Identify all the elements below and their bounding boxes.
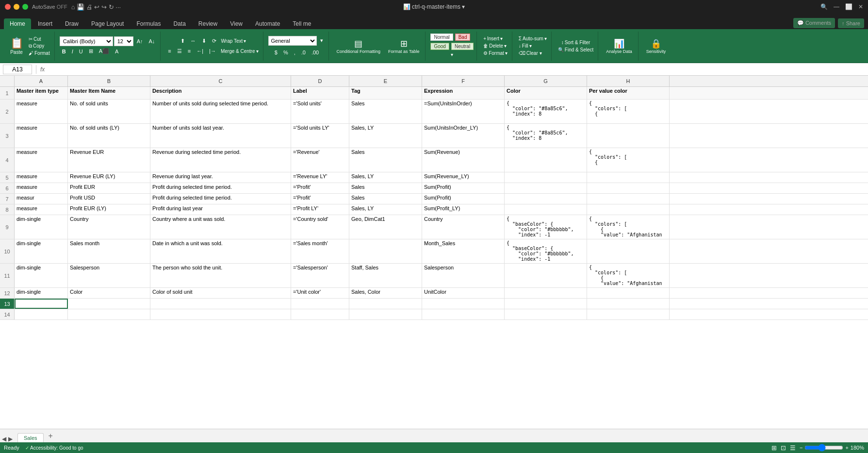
currency-button[interactable]: $ bbox=[272, 49, 280, 56]
cell-e7[interactable]: Sales bbox=[349, 194, 422, 204]
cell-g7[interactable] bbox=[505, 194, 587, 204]
cell-g6[interactable] bbox=[505, 183, 587, 193]
cell-a9[interactable]: dim-single bbox=[15, 215, 68, 239]
row-number[interactable]: 11 bbox=[0, 264, 15, 287]
cell-g3[interactable]: { "color": "#8a85c6", "index": 8 bbox=[505, 124, 587, 148]
cell-a7[interactable]: measur bbox=[15, 194, 68, 204]
add-sheet-button[interactable]: + bbox=[45, 430, 57, 442]
cell-h13[interactable] bbox=[587, 299, 670, 309]
cell-h5[interactable] bbox=[587, 172, 670, 183]
cell-f10[interactable]: Month_Sales bbox=[422, 239, 505, 263]
col-header-d[interactable]: D bbox=[291, 76, 349, 86]
tab-data[interactable]: Data bbox=[167, 18, 191, 29]
tab-page-layout[interactable]: Page Layout bbox=[85, 18, 130, 29]
clear-button[interactable]: ⌫ Clear ▾ bbox=[517, 50, 548, 56]
row-number[interactable]: 14 bbox=[0, 309, 15, 319]
format-as-table-button[interactable]: ⊞ Format as Table bbox=[385, 37, 422, 55]
underline-button[interactable]: U bbox=[77, 48, 85, 55]
cell-g1[interactable]: Color bbox=[505, 87, 587, 99]
cell-a10[interactable]: dim-single bbox=[15, 239, 68, 263]
cell-a8[interactable]: measure bbox=[15, 204, 68, 215]
cell-c13[interactable] bbox=[150, 299, 291, 309]
cell-e2[interactable]: Sales bbox=[349, 100, 422, 123]
cell-c3[interactable]: Number of units sold last year. bbox=[150, 124, 291, 148]
cell-f12[interactable]: UnitColor bbox=[422, 288, 505, 298]
increase-indent-button[interactable]: |→ bbox=[207, 47, 218, 55]
cell-d2[interactable]: ='Sold units' bbox=[291, 100, 349, 123]
cell-b10[interactable]: Sales month bbox=[68, 239, 150, 263]
prev-sheet-button[interactable]: ◀ bbox=[2, 436, 6, 442]
cell-d14[interactable] bbox=[291, 309, 349, 319]
align-top-button[interactable]: ⬆ bbox=[178, 37, 187, 45]
merge-centre-button[interactable]: Merge & Centre ▾ bbox=[219, 47, 260, 55]
format-painter-button[interactable]: 🖌 Format bbox=[27, 50, 51, 56]
cell-c9[interactable]: Country where a unit was sold. bbox=[150, 215, 291, 239]
more-styles-button[interactable]: ▾ bbox=[448, 51, 456, 58]
cell-e13[interactable] bbox=[349, 299, 422, 309]
analyse-data-button[interactable]: 📊 Analyse Data bbox=[603, 37, 635, 55]
cell-h1[interactable]: Per value color bbox=[587, 87, 670, 99]
paste-button[interactable]: 📋 Paste bbox=[7, 36, 26, 56]
cell-d12[interactable]: ='Unit color' bbox=[291, 288, 349, 298]
col-header-c[interactable]: C bbox=[150, 76, 291, 86]
font-color-button[interactable]: A bbox=[113, 48, 121, 55]
tab-automate[interactable]: Automate bbox=[249, 18, 286, 29]
cell-e12[interactable]: Sales, Color bbox=[349, 288, 422, 298]
cell-h7[interactable] bbox=[587, 194, 670, 204]
cell-g14[interactable] bbox=[505, 309, 587, 319]
cell-b12[interactable]: Color bbox=[68, 288, 150, 298]
cell-h10[interactable] bbox=[587, 239, 670, 263]
cell-d3[interactable]: ='Sold units LY' bbox=[291, 124, 349, 148]
row-number[interactable]: 12 bbox=[0, 288, 15, 298]
copy-button[interactable]: ⧉ Copy bbox=[27, 43, 51, 50]
zoom-out-button[interactable]: − bbox=[800, 445, 802, 451]
zoom-slider[interactable] bbox=[804, 444, 843, 452]
cell-d9[interactable]: ='Country sold' bbox=[291, 215, 349, 239]
align-bottom-button[interactable]: ⬇ bbox=[199, 37, 209, 45]
cell-e9[interactable]: Geo, DimCat1 bbox=[349, 215, 422, 239]
cell-g5[interactable] bbox=[505, 172, 587, 183]
cell-g2[interactable]: { "color": "#8a85c6", "index": 8 bbox=[505, 100, 587, 123]
share-button[interactable]: ↑ Share bbox=[838, 18, 864, 28]
cell-f4[interactable]: Sum(Revenue) bbox=[422, 148, 505, 172]
cell-c10[interactable]: Date in which a unit was sold. bbox=[150, 239, 291, 263]
cell-c7[interactable]: Profit during selected time period. bbox=[150, 194, 291, 204]
fullscreen-icon[interactable]: ⬜ bbox=[845, 3, 852, 10]
cell-f1[interactable]: Expression bbox=[422, 87, 505, 99]
cell-reference-box[interactable] bbox=[3, 65, 32, 74]
tab-view[interactable]: View bbox=[224, 18, 248, 29]
cell-f8[interactable]: Sum(Profit_LY) bbox=[422, 204, 505, 215]
number-format-select[interactable]: General bbox=[268, 36, 317, 46]
cell-f13[interactable] bbox=[422, 299, 505, 309]
cell-c8[interactable]: Profit during last year bbox=[150, 204, 291, 215]
cell-b11[interactable]: Salesperson bbox=[68, 264, 150, 287]
cell-a13-active[interactable] bbox=[15, 299, 68, 309]
cell-d7[interactable]: ='Profit' bbox=[291, 194, 349, 204]
cell-e14[interactable] bbox=[349, 309, 422, 319]
normal-view-button[interactable]: ⊞ bbox=[771, 444, 777, 452]
tab-home[interactable]: Home bbox=[4, 18, 31, 29]
cell-h8[interactable] bbox=[587, 204, 670, 215]
maximize-button[interactable] bbox=[22, 4, 28, 10]
increase-font-button[interactable]: A↑ bbox=[134, 37, 146, 45]
format-cells-button[interactable]: ⚙ Format ▾ bbox=[482, 50, 509, 56]
cell-c4[interactable]: Revenue during selected time period. bbox=[150, 148, 291, 172]
cell-c5[interactable]: Revenue during last year. bbox=[150, 172, 291, 183]
cell-d6[interactable]: ='Profit' bbox=[291, 183, 349, 193]
comments-button[interactable]: 💬 Comments bbox=[793, 18, 835, 28]
col-header-h[interactable]: H bbox=[587, 76, 670, 86]
align-left-button[interactable]: ≡ bbox=[165, 47, 173, 55]
cell-b9[interactable]: Country bbox=[68, 215, 150, 239]
cell-a4[interactable]: measure bbox=[15, 148, 68, 172]
zoom-in-button[interactable]: + bbox=[845, 445, 848, 451]
page-break-button[interactable]: ☰ bbox=[790, 444, 796, 452]
row-number[interactable]: 5 bbox=[0, 172, 15, 183]
tab-review[interactable]: Review bbox=[193, 18, 223, 29]
row-number[interactable]: 8 bbox=[0, 204, 15, 215]
style-good[interactable]: Good bbox=[430, 43, 449, 50]
row-number[interactable]: 3 bbox=[0, 124, 15, 148]
style-normal[interactable]: Normal bbox=[430, 34, 453, 41]
cell-f9[interactable]: Country bbox=[422, 215, 505, 239]
cell-a12[interactable]: dim-single bbox=[15, 288, 68, 298]
cell-d11[interactable]: ='Salesperson' bbox=[291, 264, 349, 287]
